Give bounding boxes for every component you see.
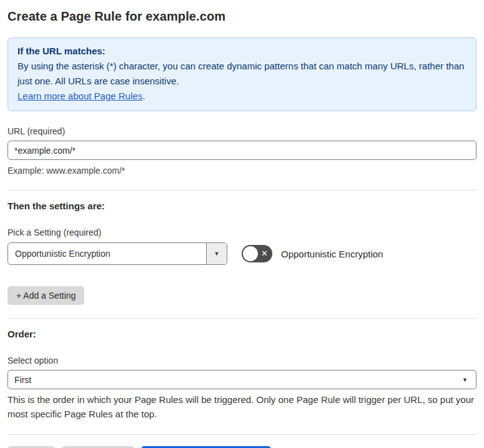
settings-section-heading: Then the settings are:: [7, 200, 477, 212]
toggle-label: Opportunistic Encryption: [281, 249, 383, 259]
setting-controls-row: Opportunistic Encryption ▼ ✕ Opportunist…: [7, 242, 477, 265]
order-section-heading: Order:: [7, 328, 477, 341]
pick-setting-label: Pick a Setting (required): [7, 227, 477, 238]
divider: [7, 190, 477, 191]
page-rule-form: Create a Page Rule for example.com If th…: [0, 0, 484, 448]
opportunistic-encryption-toggle[interactable]: ✕: [242, 245, 272, 262]
toggle-knob: [243, 246, 258, 261]
url-matches-info-box: If the URL matches: By using the asteris…: [7, 37, 477, 111]
info-box-link-line: Learn more about Page Rules.: [17, 89, 467, 104]
url-field-label: URL (required): [7, 126, 477, 137]
url-example-helper: Example: www.example.com/*: [7, 164, 477, 177]
info-box-body: By using the asterisk (*) character, you…: [17, 59, 467, 89]
learn-more-link[interactable]: Learn more about Page Rules: [17, 91, 142, 101]
divider: [7, 434, 477, 435]
order-select-label: Select option: [7, 355, 477, 366]
caret-down-icon: ▼: [462, 377, 468, 383]
add-setting-button[interactable]: + Add a Setting: [7, 286, 84, 305]
setting-dropdown-value: Opportunistic Encryption: [8, 243, 206, 264]
setting-dropdown[interactable]: Opportunistic Encryption ▼: [7, 242, 227, 265]
order-select[interactable]: First ▼: [7, 370, 477, 389]
page-title: Create a Page Rule for example.com: [7, 7, 477, 25]
link-period: .: [142, 91, 145, 101]
divider: [7, 318, 477, 319]
url-input[interactable]: [7, 141, 477, 160]
info-box-heading: If the URL matches:: [17, 44, 467, 59]
order-select-value: First: [14, 375, 31, 385]
x-icon: ✕: [261, 249, 268, 257]
order-helper-text: This is the order in which your Page Rul…: [7, 392, 477, 421]
chevron-down-icon: ▼: [214, 251, 220, 257]
setting-dropdown-arrow-button[interactable]: ▼: [206, 243, 227, 264]
